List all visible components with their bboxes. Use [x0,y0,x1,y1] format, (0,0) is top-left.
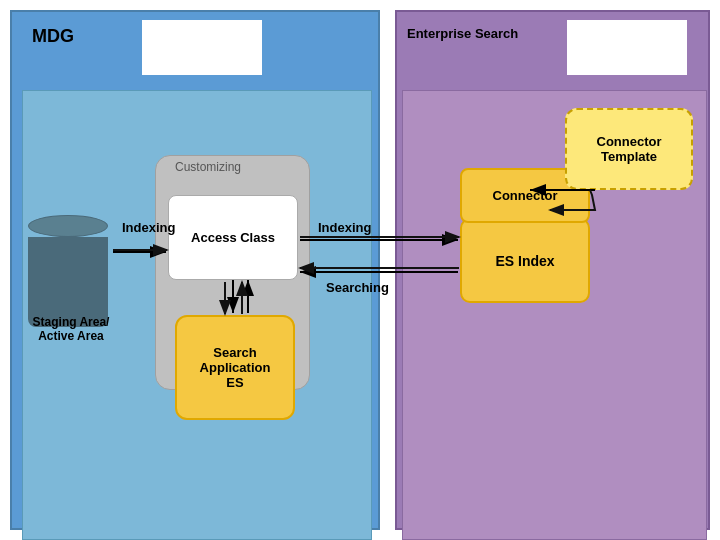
searching-label: Searching [326,280,389,295]
es-index-label: ES Index [495,253,554,269]
access-class-label: Access Class [191,230,275,245]
staging-area-label: Staging Area/ Active Area [16,315,126,343]
mdg-header-box [142,20,262,75]
mdg-label: MDG [32,26,74,47]
connector-label: Connector [493,188,558,203]
cylinder-body [28,237,108,327]
cylinder-top [28,215,108,237]
diagram: MDG Enterprise Search Staging Area/ Acti… [0,0,720,540]
indexing-left-label: Indexing [122,220,175,235]
customizing-label: Customizing [175,160,241,174]
connector-template-label: ConnectorTemplate [597,134,662,164]
indexing-right-label: Indexing [318,220,371,235]
connector-template-box: ConnectorTemplate [565,108,693,190]
search-application-es-label: SearchApplicationES [200,345,271,390]
search-application-es-box: SearchApplicationES [175,315,295,420]
es-header-box [567,20,687,75]
staging-area-cylinder [28,215,108,327]
es-index-box: ES Index [460,218,590,303]
access-class-box: Access Class [168,195,298,280]
es-label: Enterprise Search [407,26,518,41]
